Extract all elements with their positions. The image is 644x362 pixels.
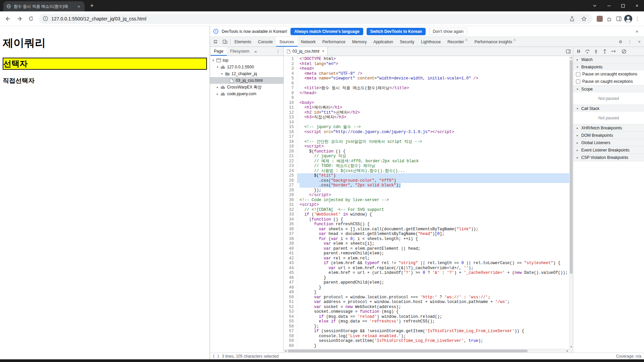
extension-icon[interactable] bbox=[597, 16, 603, 22]
section-header-event-listener-breakpoints[interactable]: ▸Event Listener Breakpoints bbox=[573, 146, 644, 154]
line-number[interactable]: 37 bbox=[284, 232, 297, 237]
line-number[interactable]: 25 bbox=[284, 173, 297, 178]
code-line-text[interactable]: parent.appendChild(elem); bbox=[297, 280, 569, 285]
dont-show-again-button[interactable]: Don't show again bbox=[429, 28, 467, 35]
file-tab-close-icon[interactable]: × bbox=[322, 49, 324, 54]
checkbox-pause-on-caught-exceptions[interactable]: Pause on caught exceptions bbox=[573, 78, 644, 85]
bookmark-star-icon[interactable] bbox=[580, 14, 588, 23]
code-line-text[interactable]: <h2 id="tit">선택자</h2> bbox=[297, 110, 569, 115]
code-line-text[interactable]: for (var i = 0; i < sheets.length; ++i) … bbox=[297, 237, 569, 242]
code-line-text[interactable]: else if (msg.data == 'refreshcss') refre… bbox=[297, 319, 569, 324]
step-out-icon[interactable] bbox=[600, 47, 609, 56]
line-number[interactable]: 10 bbox=[284, 101, 297, 106]
line-number[interactable]: 14 bbox=[284, 120, 297, 125]
line-number[interactable]: 9 bbox=[284, 96, 297, 101]
line-number[interactable]: 43 bbox=[284, 261, 297, 266]
switch-devtools-korean-button[interactable]: Switch DevTools to Korean bbox=[367, 28, 426, 35]
line-number[interactable]: 7 bbox=[284, 86, 297, 91]
code-line-text[interactable]: // <![CDATA[ <-- For SVG support bbox=[297, 207, 569, 213]
window-minimize-button[interactable] bbox=[602, 0, 616, 11]
scroll-up-icon[interactable]: ▲ bbox=[570, 56, 573, 60]
line-number[interactable]: 42 bbox=[284, 256, 297, 261]
line-number[interactable]: 49 bbox=[284, 290, 297, 295]
more-tabs-chevron-icon[interactable]: » bbox=[253, 47, 258, 56]
url-text[interactable]: 127.0.0.1:5500/12_chapter_jq/03_jq_css.h… bbox=[51, 16, 564, 21]
line-number[interactable]: 24 bbox=[284, 169, 297, 174]
step-icon[interactable] bbox=[609, 47, 618, 56]
toggle-debugger-sidebar-icon[interactable] bbox=[564, 47, 573, 56]
code-line-text[interactable]: <script src="http://code.jquery.com/jque… bbox=[297, 130, 569, 135]
section-header-breakpoints[interactable]: ▾Breakpoints bbox=[573, 63, 644, 70]
tab-close-icon[interactable]: × bbox=[76, 4, 82, 9]
line-number[interactable]: 36 bbox=[284, 227, 297, 232]
code-line-text[interactable] bbox=[297, 81, 569, 86]
code-line-text[interactable]: var head = document.getElementsByTagName… bbox=[297, 232, 569, 237]
tab-network[interactable]: Network bbox=[298, 37, 319, 47]
tab-elements[interactable]: Elements bbox=[231, 37, 255, 47]
code-line-text[interactable]: .css("background-color", "#ff0") bbox=[297, 178, 569, 183]
code-line-text[interactable]: </head> bbox=[297, 91, 569, 96]
line-number[interactable]: 47 bbox=[284, 280, 297, 285]
code-line-text[interactable]: // TODO: 메소드(함수) 체이닝 bbox=[297, 164, 569, 169]
line-number[interactable]: 59 bbox=[284, 339, 297, 344]
code-line-text[interactable]: var rel = elem.rel; bbox=[297, 256, 569, 261]
line-number[interactable]: 18 bbox=[284, 139, 297, 144]
code-line-text[interactable]: console.log('Live reload enabled.'); bbox=[297, 334, 569, 339]
section-header-csp-violation-breakpoints[interactable]: ▸CSP Violation Breakpoints bbox=[573, 154, 644, 161]
tab-performance[interactable]: Performance bbox=[319, 37, 349, 47]
tree-item-crosswarpex-확장[interactable]: ▸CrossWarpEX 확장 bbox=[210, 84, 283, 90]
line-number[interactable]: 17 bbox=[284, 134, 297, 139]
site-info-icon[interactable] bbox=[43, 16, 48, 21]
section-header-xhr-fetch-breakpoints[interactable]: ▸XHR/fetch Breakpoints bbox=[573, 124, 644, 131]
editor-horizontal-scrollbar[interactable]: ◀ ▶ bbox=[284, 349, 569, 353]
code-line-text[interactable]: parent.removeChild(elem); bbox=[297, 251, 569, 256]
tab-sources[interactable]: Sources bbox=[276, 37, 298, 47]
code-line-text[interactable]: <meta charset="UTF-8" /> bbox=[297, 71, 569, 76]
line-number[interactable]: 20 bbox=[284, 149, 297, 154]
line-number[interactable]: 15 bbox=[284, 125, 297, 130]
code-line-text[interactable]: .css("border", "2px solid black"); bbox=[297, 183, 569, 188]
code-line-text[interactable]: $(function () { bbox=[297, 149, 569, 154]
tree-item-top[interactable]: ▾top bbox=[210, 57, 283, 64]
section-header-watch[interactable]: ▸Watch bbox=[573, 56, 644, 63]
pause-script-icon[interactable] bbox=[574, 47, 583, 56]
line-number[interactable]: 44 bbox=[284, 266, 297, 271]
tab-security[interactable]: Security bbox=[396, 37, 418, 47]
tab-memory[interactable]: Memory bbox=[349, 37, 370, 47]
menu-kebab-icon[interactable]: ⋮ bbox=[633, 16, 641, 22]
code-line-text[interactable]: // 사용법 : $(css선택자).함수().함수()... bbox=[297, 169, 569, 174]
line-number[interactable]: 60 bbox=[284, 344, 297, 349]
device-toolbar-icon[interactable] bbox=[220, 37, 229, 47]
code-line-text[interactable]: socket.onmessage = function (msg) { bbox=[297, 309, 569, 314]
window-maximize-button[interactable] bbox=[616, 0, 630, 11]
code-line-text[interactable]: <h1>제이쿼리</h1> bbox=[297, 105, 569, 110]
scroll-left-icon[interactable]: ◀ bbox=[284, 349, 287, 353]
extensions-puzzle-icon[interactable] bbox=[605, 14, 614, 23]
line-number[interactable]: 22 bbox=[284, 159, 297, 164]
code-line-text[interactable]: <meta name="viewport" content="width=dev… bbox=[297, 76, 569, 81]
line-number[interactable]: 41 bbox=[284, 251, 297, 256]
code-line-text[interactable]: <!-- jquery cdn 필수 --> bbox=[297, 125, 569, 130]
scroll-down-icon[interactable]: ▼ bbox=[570, 345, 573, 349]
code-line-text[interactable]: <title>함수 동시 적용 메소드(함수)체이닝</title> bbox=[297, 86, 569, 91]
code-line-text[interactable]: <!DOCTYPE html> bbox=[297, 57, 569, 62]
line-number[interactable]: 2 bbox=[284, 62, 297, 67]
line-number[interactable]: 23 bbox=[284, 164, 297, 169]
checkbox-input-pause-on-caught-exceptions[interactable] bbox=[576, 79, 580, 84]
code-line-text[interactable]: elem.href = url + (url.indexOf('?') >= 0… bbox=[297, 270, 569, 276]
line-number[interactable]: 28 bbox=[284, 188, 297, 193]
navigator-menu-kebab-icon[interactable]: ⋮ bbox=[273, 47, 283, 56]
code-line-text[interactable]: } bbox=[297, 344, 569, 349]
line-number[interactable]: 5 bbox=[284, 76, 297, 81]
code-line-text[interactable]: } bbox=[297, 290, 569, 295]
line-number[interactable]: 45 bbox=[284, 270, 297, 276]
code-line-text[interactable]: var address = protocol + window.location… bbox=[297, 300, 569, 305]
line-number[interactable]: 6 bbox=[284, 81, 297, 86]
line-number[interactable]: 38 bbox=[284, 237, 297, 242]
code-line-text[interactable]: }); bbox=[297, 188, 569, 193]
line-number[interactable]: 3 bbox=[284, 66, 297, 71]
code-line-text[interactable]: var elem = sheets[i]; bbox=[297, 241, 569, 246]
code-line-text[interactable]: <body> bbox=[297, 101, 569, 106]
tab-search-chevron-icon[interactable] bbox=[588, 0, 602, 11]
tree-item-code-jquery-com[interactable]: ▸code.jquery.com bbox=[210, 90, 283, 97]
